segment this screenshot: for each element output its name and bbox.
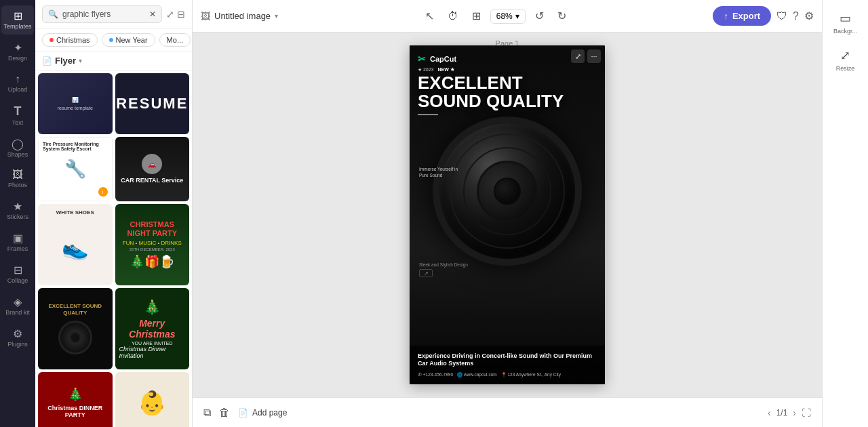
- sidebar: ⊞ Templates ✦ Design ↑ Upload T Text ◯ S…: [0, 0, 35, 427]
- speaker-outer: [433, 117, 582, 266]
- design-icon: ✦: [14, 41, 22, 54]
- document-title[interactable]: 🖼 Untitled image ▾: [201, 11, 278, 22]
- list-item[interactable]: 🚗 CAR RENTAL Service: [115, 137, 190, 201]
- list-item[interactable]: CHRISTMAS NIGHT PARTY FUN • MUSIC • DRIN…: [115, 204, 190, 285]
- bottom-bar-right: ‹ 1/1 › ⛶: [768, 407, 811, 418]
- speaker-ring-1: [450, 134, 565, 249]
- undo-button[interactable]: ↺: [531, 7, 548, 25]
- copy-page-button[interactable]: ⧉: [203, 407, 211, 419]
- bottom-bar: ⧉ 🗑 📄 Add page ‹ 1/1 › ⛶: [193, 397, 822, 427]
- more-options-button[interactable]: ···: [587, 49, 601, 63]
- layout-button[interactable]: ⊞: [468, 7, 485, 25]
- export-label: Export: [732, 11, 760, 21]
- filter-tag-more[interactable]: Mo...: [159, 33, 191, 47]
- sidebar-item-label: Frames: [7, 246, 28, 253]
- category-header[interactable]: 📄 Flyer ▾: [35, 52, 192, 70]
- sidebar-item-upload[interactable]: ↑ Upload: [1, 69, 34, 98]
- shield-icon[interactable]: 🛡: [776, 10, 787, 22]
- flyer-title: EXCELLENT SOUND QUALITY: [418, 74, 585, 111]
- sidebar-item-shapes[interactable]: ◯ Shapes: [1, 134, 34, 163]
- template-text: Tire Pressure Monitoring System Safety E…: [43, 142, 108, 151]
- list-item[interactable]: 🎄 Christmas DINNER PARTY: [38, 372, 113, 427]
- sidebar-item-brand[interactable]: ◈ Brand kit: [1, 291, 34, 321]
- christmas-icon2: 🎄: [68, 387, 83, 402]
- sidebar-item-label: Upload: [8, 87, 28, 94]
- main-area: 🖼 Untitled image ▾ ↖ ⏱ ⊞ 68% ▾ ↺ ↻: [193, 0, 822, 427]
- settings-icon[interactable]: ⚙: [804, 9, 814, 22]
- prev-page-button[interactable]: ‹: [768, 407, 771, 418]
- sidebar-item-stickers[interactable]: ★ Stickers: [1, 196, 34, 225]
- template-sub: YOU ARE INVITED: [132, 341, 173, 346]
- sidebar-item-text[interactable]: T Text: [1, 100, 34, 131]
- sidebar-item-templates[interactable]: ⊞ Templates: [1, 5, 34, 35]
- pointer-tool-button[interactable]: ↖: [421, 7, 438, 25]
- list-item[interactable]: WHITE SHOES 👟: [38, 204, 113, 285]
- background-icon: ▭: [840, 11, 851, 26]
- zoom-control[interactable]: 68% ▾: [490, 9, 526, 24]
- question-icon[interactable]: ?: [793, 10, 799, 22]
- templates-panel: 🔍 graphic flyers ✕ ⤢ ⊟ Christmas New Yea…: [35, 0, 193, 427]
- flyer-website: 🌐 www.capcut.com: [457, 372, 497, 378]
- redo-button[interactable]: ↻: [553, 7, 570, 25]
- resize-panel-item[interactable]: ⤢ Resize: [824, 43, 867, 77]
- flyer-logo-text: CapCut: [430, 55, 456, 63]
- photos-icon: 🖼: [12, 169, 23, 181]
- export-button[interactable]: ↑ Export: [713, 6, 771, 26]
- template-date: 25TH DECEMBER, 2023: [130, 247, 175, 251]
- add-page-button[interactable]: 📄 Add page: [238, 408, 287, 418]
- clear-search-icon[interactable]: ✕: [149, 9, 156, 19]
- list-item[interactable]: RESUME: [115, 73, 190, 134]
- flyer-contact-row: ✆ +123-456-7890 🌐 www.capcut.com 📍 123 A…: [418, 372, 597, 378]
- undo-icon: ↺: [535, 9, 544, 22]
- search-bar: 🔍 graphic flyers ✕ ⤢ ⊟: [35, 0, 192, 29]
- filter-icon[interactable]: ⊟: [177, 9, 185, 20]
- list-item[interactable]: EXCELLENT SOUND QUALITY: [38, 288, 113, 369]
- search-query: graphic flyers: [62, 9, 111, 19]
- filter-tag-newyear[interactable]: New Year: [102, 33, 155, 47]
- pointer-icon: ↖: [425, 9, 434, 22]
- page-controls: ⤢ ···: [571, 49, 601, 63]
- list-item[interactable]: 👶: [115, 372, 190, 427]
- list-item[interactable]: 📊 resume template: [38, 73, 113, 134]
- newyear-dot: [109, 38, 113, 42]
- sidebar-item-plugins[interactable]: ⚙ Plugins: [1, 323, 34, 352]
- canvas-frame[interactable]: ⤢ ··· ✂ CapCut ★ 2023 NEW ★: [410, 45, 605, 384]
- sidebar-item-label: Templates: [3, 24, 31, 30]
- template-text: Merry Christmas: [119, 318, 186, 340]
- sidebar-item-design[interactable]: ✦ Design: [1, 37, 34, 66]
- sidebar-item-photos[interactable]: 🖼 Photos: [1, 165, 34, 193]
- sidebar-item-label: Shapes: [7, 152, 28, 159]
- template-text: Christmas DINNER PARTY: [42, 405, 108, 418]
- background-panel-item[interactable]: ▭ Backgr...: [824, 5, 867, 40]
- flyer-title-divider: [418, 114, 438, 115]
- canvas-area: Page 1 ⤢ ··· ✂ CapCut ★ 2023: [193, 33, 822, 397]
- text-icon: T: [14, 104, 22, 119]
- resize-icon: ⤢: [840, 48, 850, 63]
- sidebar-item-collage[interactable]: ⊟ Collage: [1, 260, 34, 289]
- share-icon[interactable]: ⤢: [166, 9, 174, 20]
- search-actions: ⤢ ⊟: [166, 9, 185, 20]
- flyer-phone: ✆ +123-456-7890: [418, 372, 453, 378]
- sidebar-item-label: Collage: [7, 278, 28, 285]
- template-text: EXCELLENT SOUND QUALITY: [42, 303, 108, 317]
- template-icon: 🔧: [43, 151, 108, 187]
- sidebar-item-frames[interactable]: ▣ Frames: [1, 228, 34, 257]
- search-input-container[interactable]: 🔍 graphic flyers ✕: [42, 5, 162, 23]
- design-curve-icon: ↗: [419, 269, 433, 277]
- expand-button[interactable]: ⤢: [571, 49, 585, 63]
- document-name: Untitled image: [214, 11, 271, 21]
- next-page-button[interactable]: ›: [793, 407, 796, 418]
- list-item[interactable]: 🎄 Merry Christmas YOU ARE INVITED Christ…: [115, 288, 190, 369]
- christmas-dot: [50, 38, 54, 42]
- redo-icon: ↻: [557, 9, 566, 22]
- list-item[interactable]: Tire Pressure Monitoring System Safety E…: [38, 137, 113, 201]
- filter-tag-christmas[interactable]: Christmas: [42, 33, 98, 47]
- shapes-icon: ◯: [12, 138, 24, 150]
- sidebar-item-label: Design: [8, 56, 27, 62]
- flyer-logo: ✂ CapCut: [418, 54, 456, 64]
- flyer-design-label-area: Sleek and Stylish Design ↗: [419, 262, 468, 277]
- fullscreen-button[interactable]: ⛶: [802, 407, 811, 418]
- template-text: RESUME: [116, 95, 188, 113]
- delete-page-button[interactable]: 🗑: [219, 407, 230, 419]
- timer-button[interactable]: ⏱: [443, 7, 462, 25]
